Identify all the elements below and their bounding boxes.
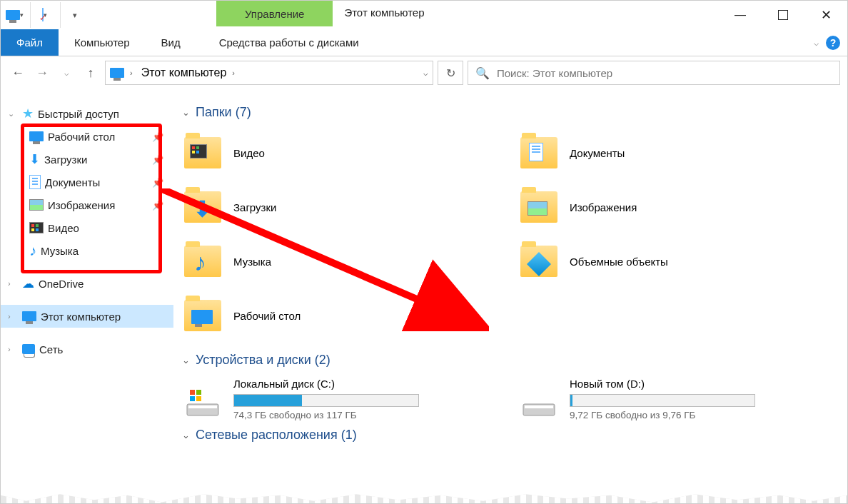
folder-3d-objects[interactable]: Объемные объекты	[518, 238, 833, 284]
caret-right-icon: ›	[8, 279, 18, 288]
folder-desktop[interactable]: Рабочий стол	[182, 293, 497, 338]
search-box[interactable]: 🔍	[468, 61, 840, 85]
tree-item-pictures[interactable]: Изображения📌	[1, 193, 173, 216]
navigation-pane: ⌄ ★ Быстрый доступ Рабочий стол📌 ⬇Загруз…	[1, 89, 173, 503]
drive-d[interactable]: Новый том (D:) 9,72 ГБ свободно из 9,76 …	[518, 378, 833, 420]
tree-item-music[interactable]: ♪Музыка	[1, 239, 173, 262]
pin-icon: 📌	[152, 177, 163, 188]
refresh-button[interactable]: ↻	[438, 61, 463, 85]
drive-free-text: 9,72 ГБ свободно из 9,76 ГБ	[570, 410, 833, 420]
ribbon-tab-view[interactable]: Вид	[146, 29, 196, 56]
nav-up-button[interactable]: ↑	[81, 63, 101, 83]
arrow-left-icon: ←	[11, 66, 24, 81]
tree-label: Загрузки	[44, 153, 87, 166]
drive-icon	[182, 378, 223, 420]
tree-item-downloads[interactable]: ⬇Загрузки📌	[1, 148, 173, 171]
window-controls: — ✕	[719, 1, 847, 29]
section-title: Устройства и диски (2)	[196, 353, 330, 368]
close-icon: ✕	[821, 7, 832, 23]
qat-properties[interactable]: ✓▾	[35, 2, 61, 28]
qat-customize[interactable]: ▾	[65, 2, 91, 28]
caret-down-icon: ⌄	[182, 430, 190, 440]
tree-quick-access[interactable]: ⌄ ★ Быстрый доступ	[1, 102, 173, 125]
contextual-tab-manage[interactable]: Управление	[216, 1, 333, 26]
ribbon-tabs: Файл Компьютер Вид Средства работы с дис…	[1, 29, 847, 56]
quick-access-toolbar: ▾ ✓▾ ▾	[1, 1, 95, 29]
drive-capacity-bar	[233, 394, 419, 407]
document-icon	[529, 143, 543, 161]
tree-item-videos[interactable]: Видео	[1, 216, 173, 239]
tree-label: Изображения	[48, 199, 115, 211]
cube-icon	[527, 252, 551, 276]
folder-videos[interactable]: Видео	[182, 130, 497, 176]
chevron-right-icon: ›	[130, 69, 133, 77]
drive-capacity-bar	[570, 394, 755, 407]
qat-app-icon[interactable]: ▾	[5, 2, 31, 28]
address-bar[interactable]: › Этот компьютер › ⌵	[105, 61, 433, 85]
caret-down-icon: ⌄	[182, 355, 190, 366]
tree-item-documents[interactable]: Документы📌	[1, 171, 173, 193]
folder-downloads[interactable]: ⬇Загрузки	[182, 184, 497, 230]
computer-icon	[22, 311, 36, 321]
svg-rect-5	[190, 396, 195, 401]
folder-label: Рабочий стол	[233, 310, 301, 322]
pin-icon: 📌	[152, 200, 163, 211]
folder-documents[interactable]: Документы	[518, 130, 833, 176]
tree-this-pc[interactable]: ›Этот компьютер	[1, 305, 173, 328]
svg-rect-1	[188, 405, 217, 408]
ribbon-collapse-caret[interactable]: ⌵	[814, 38, 819, 48]
folder-pictures[interactable]: Изображения	[518, 184, 833, 230]
document-icon	[29, 175, 41, 189]
tree-label: Быстрый доступ	[38, 108, 119, 120]
nav-forward-button[interactable]: →	[32, 63, 52, 83]
nav-history-button[interactable]: ⌵	[56, 63, 76, 83]
section-netloc-header[interactable]: ⌄ Сетевые расположения (1)	[182, 428, 833, 443]
folders-grid: Видео Документы ⬇Загрузки Изображения ♪М…	[182, 130, 833, 338]
nav-back-button[interactable]: ←	[8, 63, 28, 83]
ribbon-tab-file[interactable]: Файл	[1, 29, 59, 56]
search-icon: 🔍	[475, 66, 490, 80]
video-icon	[29, 222, 44, 233]
ribbon-tab-computer[interactable]: Компьютер	[59, 29, 146, 56]
close-button[interactable]: ✕	[804, 1, 847, 29]
minimize-button[interactable]: —	[719, 1, 762, 29]
help-icon: ?	[830, 37, 837, 49]
computer-icon	[6, 10, 20, 20]
help-button[interactable]: ?	[826, 36, 840, 50]
monitor-icon	[191, 310, 213, 324]
ribbon-tab-drive-tools[interactable]: Средства работы с дисками	[203, 29, 375, 56]
tree-label: OneDrive	[39, 278, 84, 290]
pin-icon: 📌	[152, 131, 163, 142]
tree-label: Рабочий стол	[48, 131, 115, 143]
section-folders-header[interactable]: ⌄ Папки (7)	[182, 105, 833, 120]
folder-music[interactable]: ♪Музыка	[182, 238, 497, 284]
maximize-icon	[778, 10, 788, 20]
cloud-icon: ☁	[22, 276, 34, 291]
address-dropdown[interactable]: ⌵	[423, 69, 428, 78]
drive-name: Новый том (D:)	[570, 378, 833, 390]
network-icon	[22, 344, 35, 354]
folder-label: Загрузки	[233, 201, 276, 213]
drive-fill	[234, 395, 302, 406]
address-segment[interactable]: Этот компьютер	[141, 66, 227, 79]
section-drives-header[interactable]: ⌄ Устройства и диски (2)	[182, 353, 833, 368]
drive-c[interactable]: Локальный диск (C:) 74,3 ГБ свободно из …	[182, 378, 497, 420]
search-input[interactable]	[497, 67, 832, 79]
tree-onedrive[interactable]: ›☁OneDrive	[1, 272, 173, 295]
tree-network[interactable]: ›Сеть	[1, 338, 173, 361]
section-title: Папки (7)	[196, 105, 251, 120]
drive-icon	[518, 378, 560, 420]
maximize-button[interactable]	[762, 1, 804, 29]
window-title: Этот компьютер	[333, 1, 435, 29]
tree-item-desktop[interactable]: Рабочий стол📌	[1, 125, 173, 148]
folder-label: Музыка	[233, 256, 271, 268]
tree-label: Видео	[48, 222, 79, 234]
tree-label: Музыка	[41, 245, 79, 257]
explorer-body: ⌄ ★ Быстрый доступ Рабочий стол📌 ⬇Загруз…	[1, 89, 847, 503]
download-icon: ⬇	[29, 151, 40, 167]
arrow-right-icon: →	[36, 66, 49, 81]
document-check-icon: ✓	[42, 9, 44, 21]
caret-down-icon: ⌵	[64, 69, 69, 78]
drives-grid: Локальный диск (C:) 74,3 ГБ свободно из …	[182, 378, 833, 420]
minimize-icon: —	[735, 9, 746, 21]
